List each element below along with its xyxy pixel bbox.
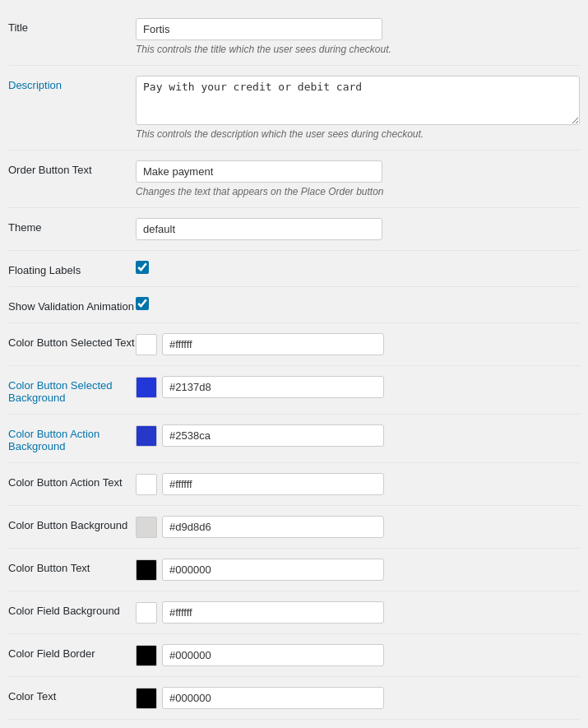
input-order_button_text[interactable]	[136, 160, 382, 183]
color-row-color_button_selected_text	[136, 333, 580, 355]
field-row-color_button_action_text: Color Button Action Text	[8, 463, 580, 506]
label-color_button_selected_text: Color Button Selected Text	[8, 333, 136, 349]
settings-form: TitleThis controls the title which the u…	[0, 8, 588, 728]
color-row-color_button_text	[136, 559, 580, 581]
label-order_button_text: Order Button Text	[8, 160, 136, 176]
content-floating_labels	[136, 261, 580, 274]
color-row-color_button_background	[136, 516, 580, 538]
field-row-description: DescriptionThis controls the description…	[8, 66, 580, 151]
field-row-color_button_action_background: Color Button Action Background	[8, 415, 580, 463]
color-input-color_button_selected_text[interactable]	[162, 333, 384, 355]
content-title: This controls the title which the user s…	[136, 18, 580, 55]
color-row-color_button_action_background	[136, 424, 580, 447]
label-theme: Theme	[8, 218, 136, 234]
color-row-color_text	[136, 687, 580, 709]
input-theme[interactable]	[136, 218, 382, 240]
content-color_button_selected_background	[136, 376, 580, 398]
color-input-color_button_background[interactable]	[162, 516, 384, 538]
label-description: Description	[8, 76, 136, 91]
label-color_field_border: Color Field Border	[8, 644, 136, 660]
field-row-theme: Theme	[8, 208, 580, 251]
textarea-description[interactable]	[136, 76, 580, 125]
color-swatch-color_button_selected_background[interactable]	[136, 377, 157, 398]
color-swatch-color_text[interactable]	[136, 688, 157, 709]
field-row-color_button_selected_text: Color Button Selected Text	[8, 323, 580, 366]
content-color_button_text	[136, 559, 580, 581]
field-row-color_button_text: Color Button Text	[8, 549, 580, 591]
label-color_text: Color Text	[8, 687, 136, 702]
checkbox-floating_labels[interactable]	[136, 261, 149, 274]
hint-title: This controls the title which the user s…	[136, 44, 580, 55]
content-color_text	[136, 687, 580, 709]
field-row-color_button_selected_background: Color Button Selected Background	[8, 366, 580, 415]
color-input-color_text[interactable]	[162, 687, 384, 709]
color-row-color_button_action_text	[136, 473, 580, 495]
label-color_button_text: Color Button Text	[8, 559, 136, 574]
color-row-color_field_background	[136, 601, 580, 624]
input-title[interactable]	[136, 18, 382, 40]
field-row-title: TitleThis controls the title which the u…	[8, 8, 580, 66]
content-color_button_action_text	[136, 473, 580, 495]
field-row-color_text: Color Text	[8, 677, 580, 720]
hint-order_button_text: Changes the text that appears on the Pla…	[136, 186, 580, 197]
color-input-color_field_border[interactable]	[162, 644, 384, 666]
content-color_button_action_background	[136, 424, 580, 447]
label-floating_labels: Floating Labels	[8, 261, 136, 276]
field-row-color_field_border: Color Field Border	[8, 634, 580, 677]
checkbox-show_validation_animation[interactable]	[136, 297, 149, 310]
field-row-show_validation_animation: Show Validation Animation	[8, 287, 580, 323]
field-row-floating_labels: Floating Labels	[8, 251, 580, 287]
label-color_field_background: Color Field Background	[8, 601, 136, 617]
content-color_field_border	[136, 644, 580, 666]
label-color_button_background: Color Button Background	[8, 516, 136, 531]
field-row-order_button_text: Order Button TextChanges the text that a…	[8, 151, 580, 208]
color-row-color_field_border	[136, 644, 580, 666]
color-swatch-color_button_text[interactable]	[136, 559, 157, 581]
content-color_button_selected_text	[136, 333, 580, 355]
content-description: This controls the description which the …	[136, 76, 580, 140]
color-swatch-color_button_selected_text[interactable]	[136, 334, 157, 355]
content-order_button_text: Changes the text that appears on the Pla…	[136, 160, 580, 197]
label-color_button_action_background: Color Button Action Background	[8, 424, 136, 452]
color-input-color_field_background[interactable]	[162, 601, 384, 624]
label-color_button_action_text: Color Button Action Text	[8, 473, 136, 489]
content-theme	[136, 218, 580, 240]
color-row-color_button_selected_background	[136, 376, 580, 398]
content-color_button_background	[136, 516, 580, 538]
label-show_validation_animation: Show Validation Animation	[8, 297, 136, 313]
field-row-color_field_background: Color Field Background	[8, 591, 580, 634]
color-swatch-color_button_action_background[interactable]	[136, 425, 157, 447]
label-color_button_selected_background: Color Button Selected Background	[8, 376, 136, 404]
color-swatch-color_button_background[interactable]	[136, 517, 157, 538]
hint-description: This controls the description which the …	[136, 128, 580, 140]
field-row-color_button_background: Color Button Background	[8, 506, 580, 549]
color-swatch-color_field_border[interactable]	[136, 645, 157, 666]
color-input-color_button_action_text[interactable]	[162, 473, 384, 495]
color-input-color_button_text[interactable]	[162, 559, 384, 581]
field-row-color_link: color Link	[8, 720, 580, 728]
color-input-color_button_selected_background[interactable]	[162, 376, 384, 398]
color-swatch-color_field_background[interactable]	[136, 602, 157, 624]
content-color_field_background	[136, 601, 580, 624]
content-show_validation_animation	[136, 297, 580, 310]
color-swatch-color_button_action_text[interactable]	[136, 474, 157, 495]
color-input-color_button_action_background[interactable]	[162, 424, 384, 447]
label-title: Title	[8, 18, 136, 34]
